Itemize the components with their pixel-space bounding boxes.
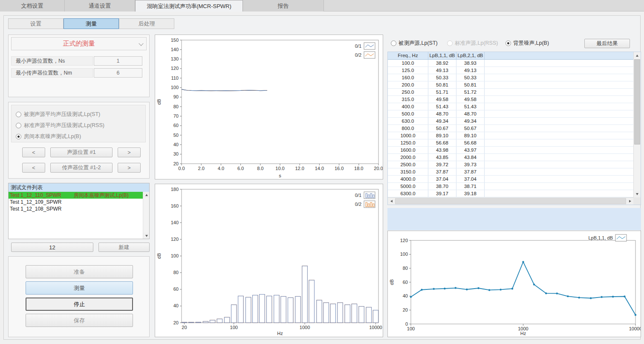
scrollbar-thumb[interactable]	[634, 59, 640, 145]
tab-document-settings[interactable]: 文档设置	[0, 0, 65, 12]
table-cell: 89.10	[428, 132, 456, 139]
ns-input[interactable]: 1	[94, 56, 142, 66]
scroll-down-button[interactable]	[143, 233, 149, 239]
stop-button[interactable]: 停止	[26, 298, 133, 311]
table-row[interactable]: 1250.056.6856.68	[388, 139, 633, 147]
table-row[interactable]: 1000.089.1089.10	[388, 132, 633, 139]
test-type-panel: 被测声源平均声压级测试,Lp(ST) 标准声源平均声压级测试,Lp(RSS) 房…	[8, 102, 150, 179]
scroll-up-button[interactable]	[634, 52, 641, 59]
svg-text:110: 110	[171, 75, 179, 81]
table-cell: 48.70	[456, 110, 485, 117]
mic-position-next-button[interactable]: >	[118, 163, 141, 173]
table-cell: 5000.0	[388, 183, 428, 190]
result-radio-row: 被测声源,Lp(ST) 标准声源,Lp(RSS) 背景噪声,Lp(B) 最后结果	[387, 39, 641, 49]
svg-text:0.0: 0.0	[178, 166, 185, 171]
table-cell: 400.0	[388, 103, 428, 110]
svg-text:180: 180	[171, 187, 179, 192]
final-result-button[interactable]: 最后结果	[584, 39, 630, 48]
subtab-measure[interactable]: 测量	[64, 18, 119, 29]
table-row[interactable]: 250.051.7151.72	[388, 89, 633, 96]
radio-result-lp-st[interactable]: 被测声源,Lp(ST)	[391, 40, 438, 47]
prepare-button[interactable]: 准备	[26, 265, 133, 278]
table-row[interactable]: 800.050.6750.67	[388, 125, 633, 132]
svg-text:160: 160	[171, 203, 179, 208]
source-position-prev-button[interactable]: <	[22, 147, 45, 157]
subtab-settings[interactable]: 设置	[8, 18, 64, 29]
table-row[interactable]: 4000.037.0437.04	[388, 176, 633, 183]
save-button[interactable]: 保存	[26, 314, 133, 327]
table-cell: 51.71	[428, 89, 456, 95]
table-row[interactable]: 315.049.5849.58	[388, 96, 633, 103]
scroll-up-button[interactable]	[143, 192, 149, 198]
table-cell: 50.81	[456, 81, 485, 88]
table-row[interactable]: 125.049.1349.13	[388, 67, 633, 74]
source-position-next-button[interactable]: >	[118, 147, 141, 157]
tab-mcr-spwr[interactable]: 混响室法测试声功率(MCR-SPWR)	[135, 0, 243, 12]
table-cell: 250.0	[388, 89, 428, 95]
field-row-nm: 最小传声器位置数，Nm 6	[10, 68, 148, 78]
chevron-down-icon	[139, 41, 143, 46]
test-file-list: Test 1_12_110_SPWR房间本底噪声测试,Lp(B)Test 1_1…	[9, 192, 143, 239]
nm-input[interactable]: 6	[94, 68, 142, 78]
subtab-postprocess[interactable]: 后处理	[119, 18, 174, 29]
table-horizontal-scrollbar[interactable]	[388, 197, 633, 205]
table-cell: 39.73	[456, 161, 485, 168]
svg-text:12.0: 12.0	[295, 166, 304, 171]
table-row[interactable]: 100.038.9238.93	[388, 60, 633, 67]
table-row[interactable]: 3150.037.8737.87	[388, 168, 633, 176]
scroll-down-button[interactable]	[634, 191, 641, 197]
table-cell: 4000.0	[388, 176, 428, 182]
table-row[interactable]: 6300.039.1739.18	[388, 190, 633, 197]
file-list-scrollbar[interactable]	[143, 192, 149, 239]
measure-button[interactable]: 测量	[26, 281, 133, 295]
measurement-mode-dropdown[interactable]: 正式的测量	[11, 37, 147, 50]
action-panel: 准备 测量 停止 保存	[8, 256, 150, 337]
table-vertical-scrollbar[interactable]	[633, 52, 641, 197]
mic-position-prev-button[interactable]: <	[22, 163, 45, 173]
table-row[interactable]: 2000.043.8543.84	[388, 154, 633, 161]
tab-report[interactable]: 报告	[243, 0, 324, 12]
list-item[interactable]: Test 1_12_109_SPWR	[9, 199, 143, 205]
svg-text:90: 90	[173, 94, 179, 99]
tab-channel-settings[interactable]: 通道设置	[65, 0, 135, 12]
file-count-button[interactable]: 12	[11, 243, 93, 252]
table-row[interactable]: 200.050.8150.81	[388, 81, 633, 89]
list-item[interactable]: Test 1_12_108_SPWR	[9, 205, 143, 212]
radio-lp-rss[interactable]: 标准声源平均声压级测试,Lp(RSS)	[16, 120, 145, 131]
table-row[interactable]: 160.050.3350.33	[388, 74, 633, 81]
table-row[interactable]: 500.048.7048.70	[388, 110, 633, 118]
table-cell: 50.33	[428, 74, 456, 81]
measurement-mode-value: 正式的测量	[63, 40, 95, 48]
mic-position-button[interactable]: 传声器位置 #1-2	[50, 163, 113, 173]
svg-text:16.0: 16.0	[335, 166, 344, 171]
triangle-up-icon	[145, 194, 148, 196]
table-row[interactable]: 2500.039.7239.73	[388, 161, 633, 168]
svg-text:10000: 10000	[629, 326, 641, 331]
svg-text:100: 100	[230, 325, 238, 330]
scroll-left-button[interactable]	[388, 198, 395, 205]
list-item[interactable]: Test 1_12_110_SPWR房间本底噪声测试,Lp(B)	[9, 192, 143, 199]
table-cell: 200.0	[388, 81, 428, 88]
table-cell: 43.97	[456, 147, 485, 153]
svg-text:dB: dB	[156, 253, 162, 259]
table-row[interactable]: 5000.038.7038.71	[388, 183, 633, 190]
field-row-ns: 最小声源位置数，Ns 1	[10, 56, 148, 66]
radio-result-lp-rss[interactable]: 标准声源,Lp(RSS)	[447, 40, 498, 47]
scrollbar-thumb[interactable]	[395, 198, 626, 204]
table-cell: 37.87	[428, 168, 456, 175]
radio-lp-b[interactable]: 房间本底噪声测试,Lp(B)	[16, 131, 145, 142]
table-row[interactable]: 400.051.4351.43	[388, 103, 633, 110]
radio-result-lp-b[interactable]: 背景噪声,Lp(B)	[505, 40, 549, 47]
table-row[interactable]: 1600.043.9843.97	[388, 147, 633, 154]
svg-text:40: 40	[173, 303, 179, 308]
new-file-button[interactable]: 新建	[98, 243, 150, 252]
svg-text:Hz: Hz	[520, 331, 526, 336]
scroll-right-button[interactable]	[627, 198, 633, 205]
radio-lp-st[interactable]: 被测声源平均声压级测试,Lp(ST)	[16, 109, 145, 120]
svg-text:40: 40	[403, 293, 408, 298]
table-cell: 51.43	[456, 103, 485, 110]
table-cell: 51.43	[428, 103, 456, 110]
table-row[interactable]: 630.049.3449.34	[388, 118, 633, 125]
table-cell: 89.10	[456, 132, 485, 139]
source-position-button[interactable]: 声源位置 #1	[50, 147, 113, 157]
